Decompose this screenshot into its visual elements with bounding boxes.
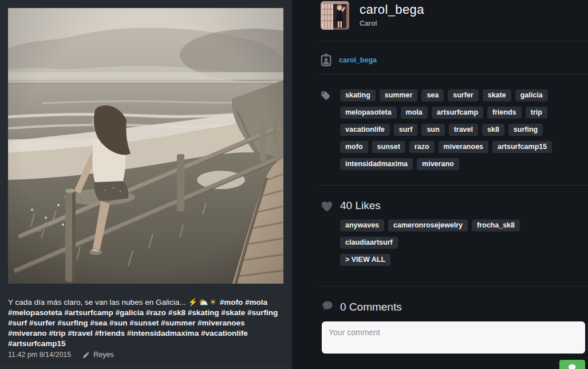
tag-chip[interactable]: artsurfcamp [432, 107, 483, 119]
liker-chip[interactable]: cameronrosejewelry [388, 219, 468, 231]
tag-chip[interactable]: sunset [372, 141, 405, 153]
pencil-icon [82, 351, 90, 359]
tag-icon [321, 91, 331, 101]
tag-chip[interactable]: summer [380, 89, 418, 101]
caption-text: Y cada día más claro, se van las nubes e… [8, 298, 188, 307]
display-name: Carol [360, 19, 424, 28]
details-panel: carol_bega Carol carol_bega skatingsumme… [292, 0, 588, 369]
user-titles: carol_bega Carol [360, 1, 424, 28]
view-all-button[interactable]: > VIEW ALL [340, 254, 390, 266]
profile-username-link[interactable]: carol_bega [339, 56, 377, 64]
comments-header: 0 Comments [322, 300, 585, 314]
tag-chip[interactable]: sk8 [482, 124, 504, 136]
tag-chip[interactable]: sea [421, 89, 444, 101]
tag-chip[interactable]: trip [526, 107, 547, 119]
comment-input[interactable] [322, 321, 585, 354]
likes-icon-column [321, 199, 340, 271]
heart-icon [321, 201, 333, 212]
likes-body: 40 Likes anywavescameronrosejewelryfroch… [340, 199, 575, 271]
post-meta: 11.42 pm 8/14/2015 Reyes [8, 351, 114, 359]
tag-chip[interactable]: travel [449, 124, 478, 136]
send-comment-icon [568, 364, 577, 369]
tag-chip[interactable]: melopasoteta [340, 107, 397, 119]
edit-label: Reyes [93, 351, 113, 359]
tag-chip[interactable]: miverano [417, 158, 459, 170]
tag-chip[interactable]: intensidadmaxima [340, 158, 413, 170]
divider [0, 367, 292, 367]
tag-chip[interactable]: vacationlife [340, 124, 390, 136]
liker-chip[interactable]: anywaves [340, 219, 384, 231]
page-title: carol_bega [360, 2, 424, 17]
likes-section: 40 Likes anywavescameronrosejewelryfroch… [292, 186, 588, 286]
tags-icon-column [321, 89, 340, 175]
tag-chip[interactable]: mofo [340, 141, 368, 153]
liker-chip[interactable]: claudiaartsurf [340, 237, 398, 249]
tag-chip[interactable]: skate [483, 89, 511, 101]
tag-chip-list: skatingsummerseasurferskategaliciamelopa… [340, 89, 575, 175]
tag-chip[interactable]: sun [421, 124, 444, 136]
edit-location-control[interactable]: Reyes [82, 351, 113, 359]
liker-chip[interactable]: frocha_sk8 [472, 219, 520, 231]
tag-chip[interactable]: miveranoes [439, 141, 488, 153]
tags-section: skatingsummerseasurferskategaliciamelopa… [292, 74, 588, 185]
profile-link-row: carol_bega [292, 41, 588, 74]
tag-chip[interactable]: mola [401, 107, 428, 119]
post-caption: Y cada día más claro, se van las nubes e… [8, 297, 285, 349]
comments-count: 0 Comments [340, 301, 402, 313]
send-comment-button[interactable] [559, 360, 585, 369]
user-card-icon [321, 53, 332, 66]
user-header: carol_bega Carol [292, 0, 588, 41]
comment-bubble-icon [322, 301, 334, 312]
tag-chip[interactable]: friends [487, 107, 522, 119]
likes-count: 40 Likes [340, 199, 575, 212]
comments-icon-column [322, 300, 340, 314]
avatar[interactable] [321, 1, 349, 30]
post-timestamp: 11.42 pm 8/14/2015 [8, 351, 71, 359]
tag-chip[interactable]: razo [409, 141, 435, 153]
liker-chip-list: anywavescameronrosejewelryfrocha_sk8clau… [340, 219, 575, 254]
beach-photo-illustration [8, 8, 283, 284]
tag-chip[interactable]: skating [340, 89, 376, 101]
tag-chip[interactable]: surfing [508, 124, 543, 136]
post-panel: Y cada día más claro, se van las nubes e… [0, 0, 292, 369]
tag-chip[interactable]: surf [394, 124, 418, 136]
tag-chip[interactable]: galicia [515, 89, 548, 101]
weather-emojis: ⚡⛅☀ [188, 298, 218, 307]
post-photo [8, 8, 283, 284]
tag-chip[interactable]: artsurfcamp15 [492, 141, 552, 153]
tag-chip[interactable]: surfer [448, 89, 478, 101]
send-row [322, 360, 585, 369]
avatar-photo [321, 1, 349, 30]
comments-section: 0 Comments [292, 286, 588, 369]
